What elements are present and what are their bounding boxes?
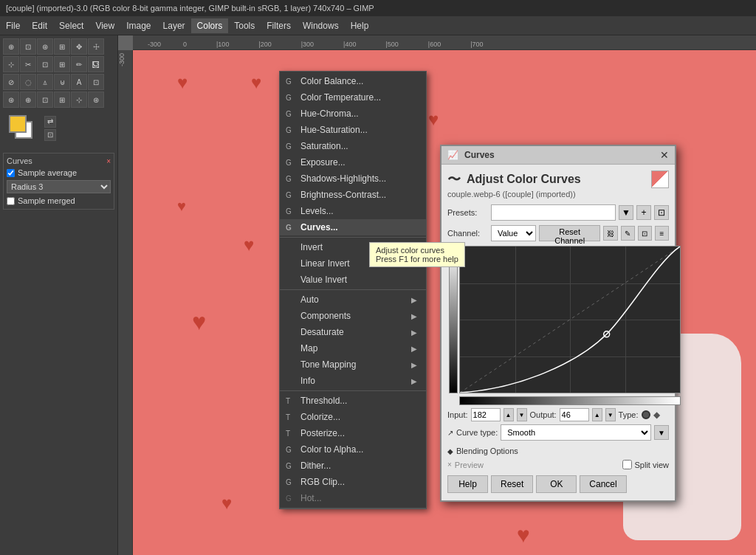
value-invert-item[interactable]: Value Invert [280, 272, 426, 288]
duplicate-btn[interactable]: ⊡ [638, 226, 652, 241]
tool-btn-21[interactable]: ⊡ [37, 92, 53, 108]
tool-btn-19[interactable]: ⊛ [3, 92, 19, 108]
reset-button[interactable]: Reset [491, 475, 533, 493]
swap-colors-btn[interactable]: ⇄ [44, 116, 56, 128]
tool-btn-13[interactable]: ⊘ [3, 74, 19, 90]
menu-windows[interactable]: Windows [297, 18, 345, 33]
menu-colors[interactable]: Colors [191, 18, 229, 33]
output-down-btn[interactable]: ▼ [605, 408, 616, 421]
output-up-btn[interactable]: ▲ [592, 408, 602, 421]
default-colors-btn[interactable]: ⊡ [44, 129, 56, 141]
tool-btn-4[interactable]: ⊞ [54, 38, 70, 55]
chain-link-btn[interactable]: ⛓ [603, 226, 617, 241]
exposure-item[interactable]: G Exposure... [280, 154, 426, 170]
menu-help[interactable]: Help [345, 18, 375, 33]
brightness-contrast-item[interactable]: G Brightness-Contrast... [280, 187, 426, 203]
map-item[interactable]: Map ▶ [280, 340, 426, 356]
ok-button[interactable]: OK [536, 475, 577, 493]
tool-btn-2[interactable]: ⊡ [20, 38, 36, 55]
menu-image[interactable]: Image [120, 18, 157, 33]
heart-decoration: ♥ [244, 235, 254, 255]
shadows-highlights-item[interactable]: G Shadows-Highlights... [280, 170, 426, 187]
reset-channel-button[interactable]: Reset Channel [539, 225, 600, 241]
dialog-close-button[interactable]: ✕ [660, 149, 669, 161]
presets-add-btn[interactable]: + [636, 205, 651, 220]
menu-tools[interactable]: Tools [228, 18, 261, 33]
color-to-alpha-item[interactable]: G Color to Alpha... [280, 441, 426, 458]
color-balance-item[interactable]: G Color Balance... [280, 73, 426, 89]
tone-mapping-item[interactable]: Tone Mapping ▶ [280, 356, 426, 373]
menu-layer[interactable]: Layer [157, 18, 191, 33]
tool-btn-20[interactable]: ⊕ [20, 92, 36, 108]
tool-btn-12[interactable]: ⛾ [88, 56, 104, 72]
tool-btn-22[interactable]: ⊞ [54, 92, 70, 108]
posterize-item[interactable]: T Posterize... [280, 425, 426, 441]
curves-item[interactable]: G Curves... [280, 219, 426, 235]
blending-options-row[interactable]: ◆ Blending Options [447, 444, 669, 458]
presets-input[interactable] [491, 204, 616, 221]
radius-select[interactable]: Radius 3 [7, 180, 111, 193]
info-item[interactable]: Info ▶ [280, 373, 426, 389]
cancel-button[interactable]: Cancel [580, 475, 626, 493]
tool-btn-10[interactable]: ⊞ [54, 56, 70, 72]
dither-item[interactable]: G Dither... [280, 458, 426, 474]
color-temperature-item[interactable]: G Color Temperature... [280, 89, 426, 106]
curve-type-select[interactable]: Smooth Linear [501, 424, 651, 441]
auto-item[interactable]: Auto ▶ [280, 292, 426, 308]
input-down-btn[interactable]: ▼ [517, 408, 527, 421]
rgb-clip-item[interactable]: G RGB Clip... [280, 474, 426, 490]
output-value[interactable] [560, 408, 589, 421]
tool-btn-23[interactable]: ⊹ [71, 92, 87, 108]
tooltip-line2: Press F1 for more help [376, 255, 458, 263]
tool-btn-14[interactable]: ◌ [20, 74, 36, 90]
tool-btn-15[interactable]: ⍋ [37, 74, 53, 90]
help-button[interactable]: Help [447, 475, 488, 493]
options-btn[interactable]: ≡ [655, 226, 669, 241]
sample-merged-checkbox[interactable] [7, 197, 15, 205]
type-radio-dot[interactable] [642, 410, 650, 419]
tool-btn-5[interactable]: ✥ [71, 38, 87, 55]
tool-btn-8[interactable]: ✂ [20, 56, 36, 72]
channel-select[interactable]: Value Red Green Blue Alpha [491, 225, 536, 241]
tool-btn-24[interactable]: ⊛ [88, 92, 104, 108]
threshold-item[interactable]: T Threshold... [280, 393, 426, 409]
saturation-item[interactable]: G Saturation... [280, 138, 426, 154]
colorize-item[interactable]: T Colorize... [280, 409, 426, 425]
menu-edit[interactable]: Edit [26, 18, 53, 33]
input-value[interactable] [471, 408, 501, 421]
tool-btn-16[interactable]: ⊎ [54, 74, 70, 90]
hue-chroma-item[interactable]: G Hue-Chroma... [280, 106, 426, 122]
components-item[interactable]: Components ▶ [280, 308, 426, 324]
preview-label[interactable]: Preview [455, 461, 484, 469]
tool-btn-11[interactable]: ✏ [71, 56, 87, 72]
menu-file[interactable]: File [0, 18, 26, 33]
tool-btn-3[interactable]: ⊛ [37, 38, 53, 55]
curves-panel-close[interactable]: × [106, 157, 111, 165]
curve-type-expand-btn[interactable]: ▼ [654, 425, 669, 440]
sample-average-checkbox[interactable] [7, 169, 15, 177]
menu-view[interactable]: View [89, 18, 120, 33]
desaturate-item[interactable]: Desaturate ▶ [280, 324, 426, 340]
auto-label: Auto [300, 294, 319, 305]
fg-color-box[interactable] [9, 115, 27, 133]
levels-item[interactable]: G Levels... [280, 203, 426, 219]
curves-graph[interactable] [459, 246, 681, 393]
presets-remove-btn[interactable]: ⊡ [654, 205, 669, 220]
tool-btn-7[interactable]: ⊹ [3, 56, 19, 72]
type-diamond[interactable]: ◆ [653, 410, 660, 420]
input-up-btn[interactable]: ▲ [504, 408, 514, 421]
dialog-body: 〜 Adjust Color Curves couple.webp-6 ([co… [441, 165, 675, 500]
menu-select[interactable]: Select [53, 18, 89, 33]
edit-btn[interactable]: ✎ [621, 226, 635, 241]
menu-filters[interactable]: Filters [261, 18, 297, 33]
tool-btn-9[interactable]: ⊡ [37, 56, 53, 72]
tool-btn-17[interactable]: A [71, 74, 87, 90]
tool-btn-1[interactable]: ⊕ [3, 38, 19, 55]
tool-btn-18[interactable]: ⊡ [88, 74, 104, 90]
brightness-contrast-label: Brightness-Contrast... [300, 190, 386, 200]
tool-btn-6[interactable]: ☩ [88, 38, 104, 55]
split-view-checkbox[interactable] [622, 460, 632, 469]
main-area: ⊕ ⊡ ⊛ ⊞ ✥ ☩ ⊹ ✂ ⊡ ⊞ ✏ ⛾ ⊘ ◌ ⍋ ⊎ A ⊡ [0, 35, 756, 555]
hue-saturation-item[interactable]: G Hue-Saturation... [280, 122, 426, 138]
presets-expand-btn[interactable]: ▼ [619, 205, 633, 220]
